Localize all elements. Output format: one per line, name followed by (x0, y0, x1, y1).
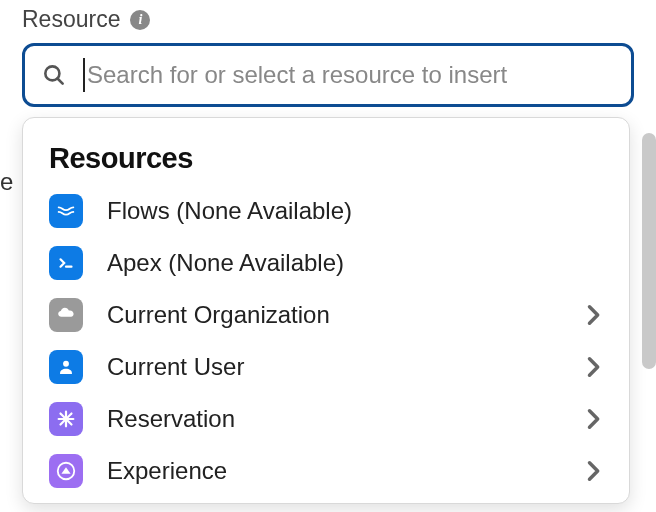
svg-point-3 (63, 361, 69, 367)
search-icon (41, 62, 67, 88)
chevron-right-icon (579, 301, 607, 329)
experience-icon (49, 454, 83, 488)
dropdown-item-label: Apex (None Available) (107, 249, 607, 277)
info-icon[interactable]: i (130, 10, 150, 30)
dropdown-item-label: Reservation (107, 405, 579, 433)
dropdown-item-apex[interactable]: Apex (None Available) (23, 237, 629, 289)
dropdown-item-current-user[interactable]: Current User (23, 341, 629, 393)
flows-icon (49, 194, 83, 228)
chevron-right-icon (579, 457, 607, 485)
dropdown-item-label: Flows (None Available) (107, 197, 607, 225)
org-icon (49, 298, 83, 332)
reservation-icon (49, 402, 83, 436)
dropdown-item-label: Experience (107, 457, 579, 485)
field-label: Resource (22, 6, 120, 33)
text-cursor (83, 58, 85, 92)
scrollbar[interactable] (642, 133, 656, 369)
field-label-row: Resource i (22, 6, 634, 33)
dropdown-item-label: Current Organization (107, 301, 579, 329)
background-clipped-text: e (0, 168, 13, 196)
resource-field: Resource i (22, 6, 634, 107)
chevron-right-icon (579, 353, 607, 381)
resource-search-box[interactable] (22, 43, 634, 107)
svg-line-1 (57, 78, 62, 83)
dropdown-item-label: Current User (107, 353, 579, 381)
dropdown-item-flows[interactable]: Flows (None Available) (23, 185, 629, 237)
apex-icon (49, 246, 83, 280)
chevron-right-icon (579, 405, 607, 433)
dropdown-item-reservation[interactable]: Reservation (23, 393, 629, 445)
dropdown-item-current-organization[interactable]: Current Organization (23, 289, 629, 341)
resource-search-input[interactable] (87, 61, 615, 89)
dropdown-header: Resources (23, 118, 629, 185)
resource-dropdown: Resources Flows (None Available) Apex (N… (22, 117, 630, 504)
user-icon (49, 350, 83, 384)
dropdown-item-experience[interactable]: Experience (23, 445, 629, 497)
